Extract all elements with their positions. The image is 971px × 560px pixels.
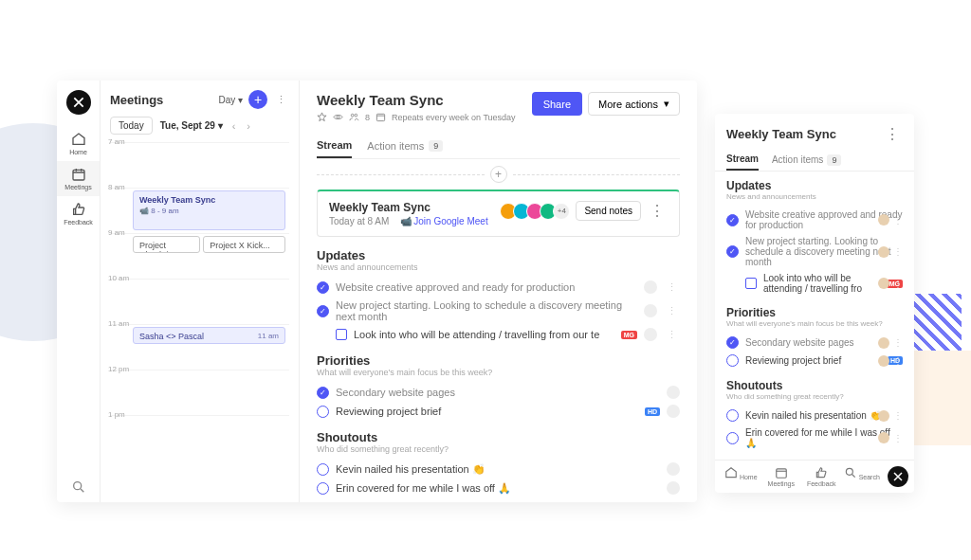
kebab-icon[interactable]: ⋮ [893,246,903,257]
list-item[interactable]: Secondary website pages ⋮ [726,334,903,352]
assignee-avatar[interactable] [878,278,889,289]
tab-action-items[interactable]: Action items 9 [772,149,841,171]
kebab-icon[interactable]: ⋮ [893,410,903,421]
logo-icon[interactable] [66,90,91,115]
list-item[interactable]: Reviewing project brief HD [317,402,680,421]
kebab-icon[interactable]: ⋮ [664,329,680,341]
circle-icon[interactable] [317,482,329,495]
circle-icon[interactable] [726,432,739,444]
tab-action-items[interactable]: Action items 9 [367,134,443,158]
nav-feedback[interactable]: Feedback [801,466,842,487]
event-sasha[interactable]: Sasha <> Pascal 11 am [133,327,285,344]
kebab-icon[interactable]: ⋮ [882,125,903,143]
logo-icon[interactable] [888,466,908,487]
view-toggle[interactable]: Day ▾ [218,95,243,105]
check-icon[interactable] [726,336,739,349]
circle-icon[interactable] [726,354,739,367]
scroll-body[interactable]: Updates News and announcements Website c… [715,172,914,460]
assignee-avatar[interactable] [878,337,889,349]
nav-search[interactable]: Search [842,466,883,487]
assignee-avatar[interactable] [667,481,680,495]
assignee-avatar[interactable] [644,328,657,341]
prev-day-icon[interactable]: ‹ [230,120,238,132]
kebab-icon[interactable]: ⋮ [664,305,680,317]
kebab-icon[interactable]: ⋮ [893,355,903,366]
tab-stream[interactable]: Stream [317,134,352,158]
nav-home[interactable]: Home [721,466,761,487]
circle-icon[interactable] [317,463,329,476]
avatar-more[interactable]: +4 [553,203,570,220]
assignee-avatar[interactable] [878,355,889,367]
star-icon[interactable] [317,112,327,122]
check-icon[interactable] [726,214,739,226]
assignee-avatar[interactable] [667,462,680,476]
kebab-icon[interactable]: ⋮ [664,281,680,294]
list-item[interactable]: Reviewing project brief HD ⋮ [726,352,903,370]
checkbox[interactable] [745,278,757,289]
list-subitem[interactable]: Look into who will be attending / travel… [726,270,903,297]
kebab-icon[interactable]: ⋮ [893,215,903,226]
event-weekly-sync[interactable]: Weekly Team Sync 📹 8 - 9 am [133,190,285,230]
event-checkin[interactable]: Project Check-in 9 am [133,236,200,253]
section-title: Priorities [317,353,680,368]
list-item[interactable]: New project starting. Looking to schedul… [726,233,903,270]
next-day-icon[interactable]: › [245,120,252,132]
nav-meetings[interactable]: Meetings [57,161,100,196]
assignee-avatar[interactable] [644,280,657,294]
add-divider-button[interactable]: + [490,166,507,183]
svg-rect-0 [73,170,84,180]
nav-home[interactable]: Home [57,126,100,161]
action-count: 9 [827,154,841,166]
list-item[interactable]: Erin covered for me while I was off 🙏 [317,479,680,497]
kebab-icon[interactable]: ⋮ [893,337,903,348]
section-priorities: Priorities What will everyone's main foc… [726,306,903,370]
assignee-avatar[interactable] [667,386,680,399]
assignee-avatar[interactable] [878,246,889,258]
kebab-icon[interactable]: ⋮ [647,202,668,220]
checkbox[interactable] [336,329,347,340]
circle-icon[interactable] [317,406,329,418]
list-item[interactable]: Website creative approved and ready for … [317,278,680,297]
tab-stream[interactable]: Stream [726,149,759,171]
avatars[interactable]: +4 [504,203,570,220]
current-date[interactable]: Tue, Sept 29 ▾ [160,120,223,131]
more-actions-button[interactable]: More actions ▾ [588,92,680,116]
list-item[interactable]: Kevin nailed his presentation 👏 [317,460,680,479]
send-notes-button[interactable]: Send notes [576,201,641,221]
circle-icon[interactable] [726,409,739,422]
list-subitem[interactable]: Look into who will be attending / travel… [317,325,680,344]
event-kickoff[interactable]: Project X Kick... [203,236,285,253]
assignee-avatar[interactable] [878,410,889,422]
list-item[interactable]: Secondary website pages [317,383,680,402]
today-button[interactable]: Today [110,117,153,135]
recurrence-text: Repeats every week on Tuesday [392,113,516,122]
event-title: Weekly Team Sync [139,195,279,205]
nav-search[interactable] [57,474,100,502]
check-icon[interactable] [317,281,329,294]
assignee-avatar[interactable] [644,304,657,317]
check-icon[interactable] [317,387,329,399]
bg-block [914,351,971,445]
check-icon[interactable] [317,305,329,317]
eye-icon[interactable] [333,112,343,122]
item-text: Secondary website pages [336,387,660,398]
assignee-avatar[interactable] [878,214,889,226]
nav-rail: Home Meetings Feedback [57,81,101,502]
kebab-icon[interactable]: ⋮ [893,433,903,443]
add-button[interactable]: + [248,90,267,109]
list-item[interactable]: Kevin nailed his presentation 👏 ⋮ [726,406,903,425]
assignee-avatar[interactable] [878,432,889,443]
list-item[interactable]: Erin covered for me while I was off 🙏 ⋮ [726,425,903,451]
list-item[interactable]: Website creative approved and ready for … [726,207,903,233]
kebab-icon[interactable]: ⋮ [273,94,289,106]
share-button[interactable]: Share [532,92,582,116]
people-icon[interactable] [349,112,359,122]
check-icon[interactable] [726,245,739,258]
kebab-icon[interactable]: ⋮ [893,279,903,289]
join-call-link[interactable]: 📹 Join Google Meet [400,216,488,226]
assignee-avatar[interactable] [667,405,680,418]
list-item[interactable]: New project starting. Looking to schedul… [317,297,680,325]
hour-label: 12 pm [108,365,129,373]
nav-meetings[interactable]: Meetings [761,466,802,487]
nav-feedback[interactable]: Feedback [57,196,100,231]
